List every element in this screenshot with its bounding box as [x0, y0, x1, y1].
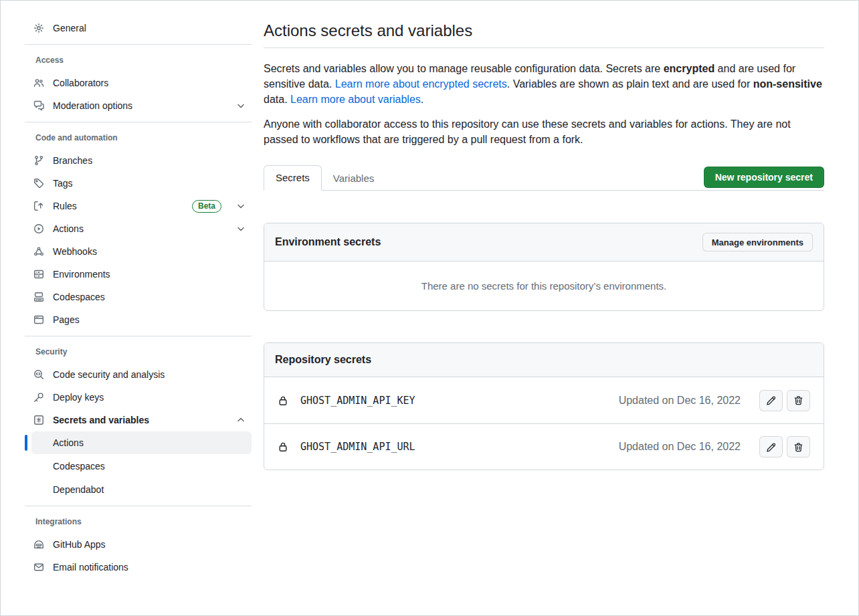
chevron-up-icon [235, 415, 246, 425]
chevron-down-icon [235, 100, 246, 111]
sidebar-item-label: Pages [53, 314, 246, 325]
gear-icon [33, 23, 44, 33]
sidebar-subitem-actions[interactable]: Actions [31, 431, 252, 454]
sidebar-section-integrations: Integrations [25, 506, 252, 533]
sidebar-item-label: General [53, 23, 246, 33]
secret-row-actions [759, 390, 810, 411]
sidebar-item-secrets-and-variables[interactable]: Secrets and variables [25, 409, 252, 431]
sidebar-item-label: Secrets and variables [53, 415, 227, 425]
comment-discussion-icon [33, 100, 44, 111]
intro-text: Secrets and variables allow you to manag… [264, 63, 664, 74]
repository-secrets-box: Repository secrets GHOST_ADMIN_API_KEY U… [264, 342, 824, 470]
sidebar-item-webhooks[interactable]: Webhooks [25, 240, 252, 263]
sidebar-item-code-security[interactable]: Code security and analysis [25, 363, 252, 386]
sidebar-item-label: Email notifications [53, 562, 246, 573]
secret-name: GHOST_ADMIN_API_KEY [300, 395, 415, 407]
sidebar-item-codespaces[interactable]: Codespaces [25, 286, 252, 308]
environment-secrets-box: Environment secrets Manage environments … [264, 223, 824, 311]
environment-secrets-empty-text: There are no secrets for this repository… [264, 262, 824, 310]
link-learn-encrypted-secrets[interactable]: Learn more about encrypted secrets [335, 78, 507, 90]
sidebar-item-tags[interactable]: Tags [25, 172, 252, 195]
sidebar-item-github-apps[interactable]: GitHub Apps [25, 533, 252, 556]
intro-text: . Variables are shown as plain text and … [507, 78, 753, 90]
edit-secret-button[interactable] [759, 390, 783, 411]
sidebar-item-label: Collaborators [53, 78, 246, 88]
secret-updated: Updated on Dec 16, 2022 [619, 441, 741, 453]
pencil-icon [766, 442, 776, 452]
intro-bold-encrypted: encrypted [664, 63, 714, 74]
pencil-icon [766, 395, 776, 405]
collaborator-paragraph: Anyone with collaborator access to this … [264, 116, 824, 147]
sidebar-item-label: Code security and analysis [53, 369, 246, 380]
people-icon [33, 78, 44, 88]
sidebar-item-general[interactable]: General [25, 17, 252, 39]
chevron-down-icon [235, 223, 246, 234]
sidebar-item-pages[interactable]: Pages [25, 308, 252, 331]
sidebar-subitem-label: Dependabot [53, 484, 104, 495]
delete-secret-button[interactable] [787, 390, 810, 411]
lock-icon [278, 395, 288, 406]
link-learn-variables[interactable]: Learn more about variables [290, 94, 421, 105]
settings-sidebar: General Access Collaborators [25, 17, 252, 579]
sidebar-item-collaborators[interactable]: Collaborators [25, 72, 252, 94]
trash-icon [793, 395, 803, 405]
tab-row: Secrets Variables New repository secret [264, 165, 824, 191]
new-repository-secret-button[interactable]: New repository secret [704, 167, 824, 188]
repository-secrets-header: Repository secrets [264, 343, 824, 377]
sidebar-section-code-and-automation: Code and automation [25, 122, 252, 149]
repository-secrets-title: Repository secrets [275, 354, 371, 366]
tag-icon [33, 178, 44, 189]
sidebar-subitem-label: Codespaces [53, 461, 105, 472]
git-branch-icon [33, 155, 44, 166]
secret-box-icon [33, 415, 44, 425]
server-icon [33, 269, 44, 280]
play-icon [33, 223, 44, 234]
sidebar-item-label: GitHub Apps [53, 539, 246, 550]
hubot-icon [33, 539, 44, 550]
browser-icon [33, 314, 44, 325]
key-icon [33, 392, 44, 403]
secret-row: GHOST_ADMIN_API_URL Updated on Dec 16, 2… [264, 423, 824, 470]
sidebar-subitem-dependabot[interactable]: Dependabot [31, 478, 252, 501]
environment-secrets-title: Environment secrets [275, 236, 381, 248]
secret-row: GHOST_ADMIN_API_KEY Updated on Dec 16, 2… [264, 377, 824, 423]
intro-paragraph: Secrets and variables allow you to manag… [264, 61, 824, 107]
sidebar-item-label: Deploy keys [53, 392, 246, 403]
sidebar-item-label: Environments [53, 269, 246, 280]
sidebar-item-branches[interactable]: Branches [25, 149, 252, 172]
sidebar-item-rules[interactable]: Rules Beta [25, 195, 252, 217]
delete-secret-button[interactable] [787, 436, 810, 457]
page-title: Actions secrets and variables [264, 19, 824, 48]
sidebar-item-label: Branches [53, 155, 246, 166]
webhook-icon [33, 246, 44, 257]
edit-secret-button[interactable] [759, 436, 783, 457]
sidebar-item-label: Tags [53, 178, 246, 189]
sidebar-section-security: Security [25, 336, 252, 363]
beta-badge: Beta [192, 200, 221, 213]
tab-secrets[interactable]: Secrets [264, 165, 322, 191]
sidebar-item-actions[interactable]: Actions [25, 217, 252, 240]
sidebar-item-deploy-keys[interactable]: Deploy keys [25, 386, 252, 409]
code-scan-icon [33, 369, 44, 380]
secret-row-actions [759, 436, 810, 457]
sidebar-section-access: Access [25, 45, 252, 72]
sidebar-subitem-codespaces[interactable]: Codespaces [31, 454, 252, 478]
sidebar-item-label: Moderation options [53, 100, 227, 111]
main-content: Actions secrets and variables Secrets an… [264, 19, 824, 470]
sidebar-item-environments[interactable]: Environments [25, 263, 252, 286]
selected-indicator [25, 435, 27, 451]
mail-icon [33, 562, 44, 573]
intro-text: . [421, 94, 423, 105]
tab-variables[interactable]: Variables [322, 167, 385, 191]
secret-updated: Updated on Dec 16, 2022 [619, 395, 741, 407]
sidebar-item-label: Webhooks [53, 246, 246, 257]
repo-settings-page: General Access Collaborators [0, 0, 859, 616]
sidebar-item-label: Actions [53, 223, 227, 234]
manage-environments-button[interactable]: Manage environments [702, 233, 813, 251]
codespaces-icon [33, 292, 44, 302]
rules-icon [33, 201, 44, 211]
sidebar-subitem-label: Actions [53, 437, 84, 448]
secret-name: GHOST_ADMIN_API_URL [300, 441, 415, 453]
sidebar-item-moderation-options[interactable]: Moderation options [25, 94, 252, 117]
sidebar-item-email-notifications[interactable]: Email notifications [25, 556, 252, 579]
